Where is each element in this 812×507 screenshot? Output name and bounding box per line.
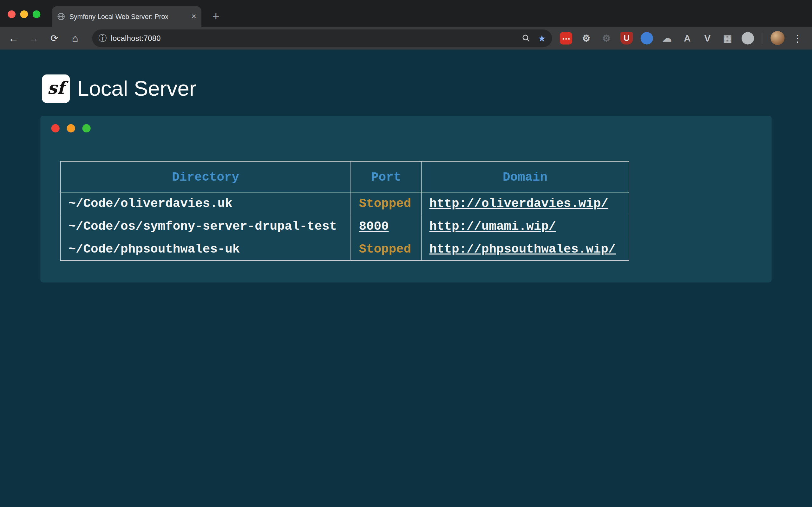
panel-traffic-dots xyxy=(51,124,91,132)
browser-tab[interactable]: Symfony Local Web Server: Prox × xyxy=(52,6,201,27)
port-cell: 8000 xyxy=(351,215,421,238)
window-maximize-button[interactable] xyxy=(33,10,40,18)
forward-button[interactable]: → xyxy=(25,30,43,47)
window-controls xyxy=(8,10,40,18)
table-row: ~/Code/phpsouthwales-uk Stopped http://p… xyxy=(60,238,629,261)
window-close-button[interactable] xyxy=(8,10,15,18)
tab-title-wrap: Symfony Local Web Server: Prox xyxy=(69,12,189,21)
domain-link[interactable]: http://phpsouthwales.wip/ xyxy=(429,242,616,256)
letter-a-extension-icon[interactable]: A xyxy=(681,32,693,44)
zoom-icon[interactable] xyxy=(521,34,531,43)
directory-cell: ~/Code/oliverdavies.uk xyxy=(60,192,351,215)
window-minimize-button[interactable] xyxy=(20,10,28,18)
port-status: Stopped xyxy=(359,197,411,211)
page-content: sf Local Server Directory Port Domain xyxy=(0,50,812,507)
page-title: Local Server xyxy=(77,74,196,103)
column-header-directory: Directory xyxy=(60,162,351,192)
browser-menu-icon[interactable]: ⋮ xyxy=(792,30,804,47)
toolbar-separator xyxy=(762,33,763,44)
tab-strip: Symfony Local Web Server: Prox × + xyxy=(0,0,812,27)
domain-link[interactable]: http://umami.wip/ xyxy=(429,219,556,233)
browser-window: Symfony Local Web Server: Prox × + ← → ⟳… xyxy=(0,0,812,507)
tab-close-icon[interactable]: × xyxy=(192,12,196,20)
reload-button[interactable]: ⟳ xyxy=(46,30,63,47)
server-panel: Directory Port Domain ~/Code/oliverdavie… xyxy=(40,116,771,283)
table-row: ~/Code/oliverdavies.uk Stopped http://ol… xyxy=(60,192,629,215)
symfony-logo-glyph: sf xyxy=(48,79,65,96)
cloud-extension-icon[interactable]: ☁ xyxy=(661,32,673,44)
panel-orange-dot xyxy=(67,124,75,132)
letter-v-extension-icon[interactable]: V xyxy=(701,32,714,44)
bookmark-star-icon[interactable]: ★ xyxy=(538,33,546,44)
ublock-extension-icon[interactable]: U xyxy=(620,32,633,44)
port-cell: Stopped xyxy=(351,238,421,261)
directory-cell: ~/Code/os/symfony-server-drupal-test xyxy=(60,215,351,238)
domain-cell: http://umami.wip/ xyxy=(421,215,629,238)
table-header-row: Directory Port Domain xyxy=(60,162,629,192)
octocat-extension-icon[interactable] xyxy=(742,32,754,44)
domain-cell: http://oliverdavies.wip/ xyxy=(421,192,629,215)
profile-avatar[interactable] xyxy=(770,31,784,45)
column-header-domain: Domain xyxy=(421,162,629,192)
back-button[interactable]: ← xyxy=(5,30,22,47)
tab-favicon-globe-icon xyxy=(57,12,65,20)
directory-cell: ~/Code/phpsouthwales-uk xyxy=(60,238,351,261)
column-header-port: Port xyxy=(351,162,421,192)
address-bar[interactable]: ⓘ localhost:7080 ★ xyxy=(92,30,552,47)
new-tab-button[interactable]: + xyxy=(208,8,223,24)
gear-dark-extension-icon[interactable]: ⚙ xyxy=(600,32,612,44)
extensions-bar: ⋯ ⚙ ⚙ U ☁ A V ▦ xyxy=(560,30,754,47)
domain-link[interactable]: http://oliverdavies.wip/ xyxy=(429,197,608,211)
url-text: localhost:7080 xyxy=(111,34,160,43)
site-info-icon[interactable]: ⓘ xyxy=(98,33,107,44)
port-link[interactable]: 8000 xyxy=(359,219,389,233)
gear-light-extension-icon[interactable]: ⚙ xyxy=(580,32,593,44)
servers-table: Directory Port Domain ~/Code/oliverdavie… xyxy=(60,161,629,261)
domain-cell: http://phpsouthwales.wip/ xyxy=(421,238,629,261)
blue-disc-extension-icon[interactable] xyxy=(641,32,653,44)
port-cell: Stopped xyxy=(351,192,421,215)
tab-title: Symfony Local Web Server: Prox xyxy=(69,13,168,20)
panel-red-dot xyxy=(51,124,60,132)
grid-extension-icon[interactable]: ▦ xyxy=(721,32,734,44)
red-dots-extension-icon[interactable]: ⋯ xyxy=(560,32,572,44)
symfony-logo: sf xyxy=(42,74,70,103)
browser-toolbar: ← → ⟳ ⌂ ⓘ localhost:7080 ★ ⋯ ⚙ ⚙ U ☁ A V xyxy=(0,27,812,50)
panel-green-dot xyxy=(83,124,91,132)
home-button[interactable]: ⌂ xyxy=(66,30,84,47)
table-row: ~/Code/os/symfony-server-drupal-test 800… xyxy=(60,215,629,238)
port-status: Stopped xyxy=(359,242,411,256)
